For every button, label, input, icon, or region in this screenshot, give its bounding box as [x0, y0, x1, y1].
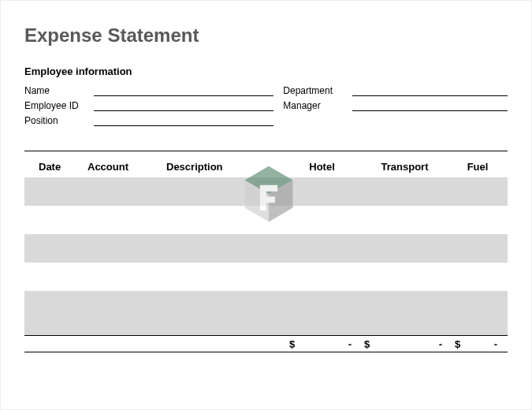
expense-statement-page: Expense Statement Employee information N…	[1, 1, 531, 352]
label-department: Department	[283, 85, 352, 96]
employee-info-left-col: Name Employee ID Position	[24, 82, 273, 127]
total-value: -	[348, 338, 352, 350]
header-description: Description	[166, 161, 285, 173]
table-row[interactable]	[24, 291, 508, 335]
total-value: -	[439, 338, 442, 350]
table-top-rule	[24, 151, 508, 151]
input-manager[interactable]	[352, 100, 508, 111]
header-fuel: Fuel	[450, 161, 505, 173]
total-hotel: $ -	[285, 338, 359, 350]
header-transport: Transport	[359, 161, 450, 173]
table-row[interactable]	[24, 206, 508, 234]
total-fuel: $ -	[450, 338, 505, 350]
table-row[interactable]	[24, 263, 508, 291]
field-employee-id: Employee ID	[24, 97, 273, 111]
input-position[interactable]	[94, 115, 273, 126]
field-department: Department	[283, 82, 508, 96]
employee-info-grid: Name Employee ID Position Department Man…	[24, 82, 508, 127]
currency-symbol: $	[289, 338, 295, 350]
header-account: Account	[87, 161, 166, 173]
totals-row: $ - $ - $ -	[24, 335, 508, 352]
field-manager: Manager	[283, 97, 508, 111]
employee-info-heading: Employee information	[24, 65, 508, 77]
label-employee-id: Employee ID	[24, 100, 94, 111]
currency-symbol: $	[455, 338, 460, 350]
table-row[interactable]	[24, 177, 508, 206]
field-name: Name	[24, 82, 273, 96]
label-name: Name	[24, 85, 94, 96]
input-department[interactable]	[352, 85, 508, 96]
header-hotel: Hotel	[285, 161, 359, 173]
table-row[interactable]	[24, 234, 508, 263]
input-employee-id[interactable]	[94, 100, 273, 111]
input-name[interactable]	[94, 85, 273, 96]
label-manager: Manager	[283, 100, 352, 111]
expense-table: Date Account Description Hotel Transport…	[24, 151, 508, 352]
page-title: Expense Statement	[24, 24, 508, 47]
header-date: Date	[24, 161, 87, 173]
label-position: Position	[24, 115, 94, 126]
table-header-row: Date Account Description Hotel Transport…	[24, 158, 508, 177]
total-transport: $ -	[359, 338, 450, 350]
employee-info-right-col: Department Manager	[283, 82, 508, 127]
total-value: -	[494, 338, 497, 350]
field-position: Position	[24, 112, 273, 126]
currency-symbol: $	[364, 338, 370, 350]
